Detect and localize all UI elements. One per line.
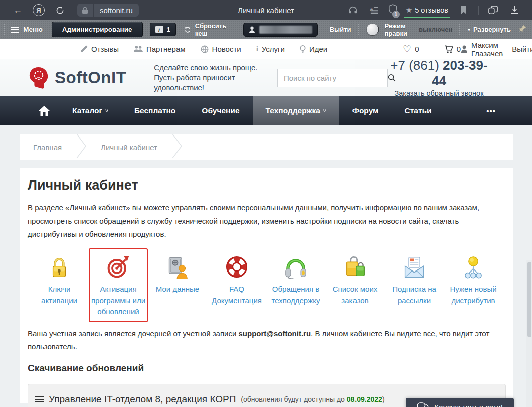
back-icon[interactable]: ← [11, 3, 25, 17]
tile-new-distributive[interactable]: Нужен новый дистрибутив [444, 248, 503, 311]
hamburger-icon [11, 27, 19, 33]
shopping-bags-icon [344, 253, 366, 279]
reviews-rating[interactable]: ★ 5 отзывов [404, 3, 450, 18]
site-header: SoftOnIT Сделайте свою жизнь проще. Пуст… [0, 59, 532, 96]
tabs-panel-icon[interactable] [486, 3, 500, 17]
chevron-down-icon: ˅ [105, 108, 108, 114]
panel-grip-handle[interactable] [3, 23, 6, 36]
envelope-icon [403, 253, 426, 279]
consultant-label: Консультант в сети! [434, 403, 503, 407]
toolbar-link-label: Новости [212, 45, 241, 53]
account-tiles: Ключи активации Активация программы или … [28, 248, 506, 322]
content-area: Главная Личный кабинет Личный кабинет В … [0, 134, 532, 407]
lightbulb-icon [300, 45, 306, 53]
logo-head-icon [28, 66, 50, 89]
breadcrumb: Главная Личный кабинет [20, 134, 513, 160]
nav-item-support[interactable]: Техподдержка ˅ [253, 96, 339, 125]
admin-user-button[interactable] [243, 23, 318, 37]
tile-label: Мои данные [156, 284, 199, 295]
reader-mode-icon[interactable]: A [367, 3, 381, 17]
nav-item-catalog[interactable]: Каталог ˅ [59, 96, 121, 125]
nav-item-training[interactable]: Обучение [189, 96, 252, 125]
toolbar-link-label: Идеи [309, 45, 327, 53]
scrollbar-thumb[interactable] [527, 262, 531, 337]
edit-mode-toggle[interactable] [368, 25, 379, 34]
downloads-icon[interactable] [507, 3, 521, 17]
search-input[interactable] [278, 74, 388, 82]
globe-icon [201, 45, 209, 53]
breadcrumb-home[interactable]: Главная [33, 143, 62, 152]
address-bar[interactable]: softonit.ru [94, 4, 139, 17]
main-nav: Каталог ˅ Бесплатно Обучение Техподдержк… [0, 96, 532, 125]
tile-my-orders[interactable]: Список моих заказов [325, 248, 385, 311]
favorites-button[interactable]: ♡ 0 [403, 43, 419, 55]
toolbar-link-partners[interactable]: Партнерам [134, 45, 186, 53]
toolbar-link-services[interactable]: i Услуги [256, 45, 285, 53]
list-icon [35, 396, 44, 402]
site-tagline: Сделайте свою жизнь проще. Пусть работа … [154, 63, 262, 93]
tile-label: Активация программы или обновлений [91, 284, 146, 318]
site-logo[interactable]: SoftOnIT [28, 66, 126, 89]
headphones-toolbar-icon[interactable] [346, 3, 360, 17]
nav-more-icon[interactable]: ••• [479, 96, 503, 125]
phone-number[interactable]: +7 (861) 203-39-44 [388, 58, 490, 89]
bookmark-icon[interactable] [457, 3, 471, 17]
nav-item-forum[interactable]: Форум [339, 96, 392, 125]
nav-item-articles[interactable]: Статьи [392, 96, 445, 125]
personal-account-card: Личный кабинет В разделе «Личный кабинет… [20, 168, 513, 403]
parent-account-email: support@softonit.ru [238, 329, 311, 338]
expand-panel-button[interactable]: ▾ Развернуть [468, 26, 511, 33]
cache-refresh-icon [184, 25, 191, 34]
clear-cache-button[interactable]: Сбросить кеш [184, 22, 230, 37]
tile-label: FAQ Документация [209, 284, 264, 306]
availability-date: 08.09.2022 [347, 395, 382, 403]
tile-label: Нужен новый дистрибутив [446, 284, 501, 306]
refresh-icon[interactable] [53, 3, 67, 17]
section-title-updates: Скачивание обновлений [28, 363, 506, 374]
admin-menu-button[interactable]: Меню [11, 26, 42, 33]
shield-badge: 1 [392, 11, 400, 18]
clear-cache-label: Сбросить кеш [195, 22, 230, 37]
target-icon [106, 253, 130, 279]
profile-link[interactable]: Максим Глазачев [461, 41, 503, 58]
tile-newsletter[interactable]: Подписка на рассылки [385, 248, 444, 311]
contact-block: +7 (861) 203-39-44 Заказать обратный зво… [388, 58, 504, 98]
tile-faq-docs[interactable]: FAQ Документация [207, 248, 266, 311]
page-scrollbar[interactable] [526, 260, 532, 407]
tile-support-requests[interactable]: Обращения в техподдержку [266, 248, 325, 311]
breadcrumb-current: Личный кабинет [101, 143, 157, 152]
pin-panel-icon[interactable] [518, 24, 527, 35]
nav-label: Каталог [72, 106, 102, 115]
toolbar-link-news[interactable]: Новости [201, 45, 241, 53]
tile-activate-program[interactable]: Активация программы или обновлений [89, 248, 148, 322]
star-icon: ★ [406, 6, 412, 15]
people-icon [134, 45, 143, 53]
divider [358, 23, 360, 36]
toolbar-link-ideas[interactable]: Идеи [300, 45, 327, 53]
favorites-count: 0 [415, 45, 419, 53]
edit-mode-state: выключен [419, 26, 452, 33]
cart-button[interactable]: 0 [444, 45, 461, 53]
account-note: Ваша учетная запись является дочерней от… [28, 327, 506, 354]
cart-icon [444, 45, 453, 53]
yandex-logo-icon[interactable]: Я [32, 3, 46, 17]
site-logout-link[interactable]: Выйти [512, 45, 532, 53]
expand-label: Развернуть [473, 26, 511, 33]
notifications-button[interactable]: i 1 [150, 23, 176, 36]
site-search [277, 69, 388, 87]
toolbar-link-label: Услуги [262, 45, 285, 53]
tile-my-data[interactable]: Мои данные [148, 248, 207, 300]
site-toolbar: Отзывы Партнерам Новости i Услуги Идеи ♡… [0, 39, 532, 59]
nav-item-free[interactable]: Бесплатно [121, 96, 189, 125]
protect-shield-icon[interactable]: 1 [388, 4, 397, 16]
nav-home[interactable] [29, 96, 59, 125]
chevron-down-icon: ˅ [323, 108, 326, 114]
tile-activation-keys[interactable]: Ключи активации [30, 248, 89, 311]
site-security-lock-icon[interactable] [77, 4, 93, 17]
pencil-icon [80, 45, 88, 53]
admin-logout-button[interactable]: Выйти [330, 26, 351, 33]
edit-mode-label: Режим правки [384, 22, 414, 37]
consultant-online-button[interactable]: Консультант в сети! [406, 398, 514, 407]
toolbar-link-reviews[interactable]: Отзывы [80, 45, 119, 53]
administration-button[interactable]: Администрирование [52, 22, 143, 37]
